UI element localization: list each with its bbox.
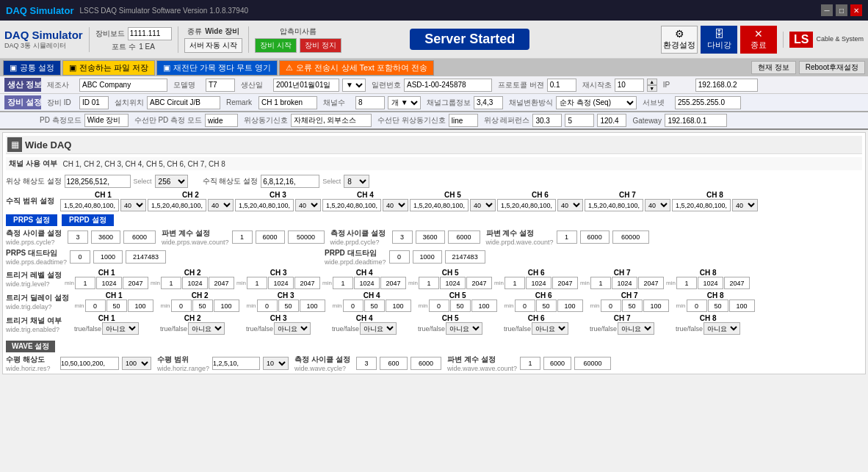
vertical-res-input[interactable] <box>261 175 319 188</box>
abnormal-input[interactable] <box>291 114 372 127</box>
tab-error-detail[interactable]: ⚠ 오류 전송시 상세 Text 포함하여 전송 <box>279 60 433 76</box>
tl-ch1-val2[interactable] <box>123 277 148 289</box>
ch-count-select[interactable]: 개 ▼ <box>388 96 421 109</box>
tl-ch6-val1[interactable] <box>526 277 551 289</box>
gateway-input[interactable] <box>665 114 727 127</box>
phase-res-input[interactable] <box>65 175 131 188</box>
tl-ch2-val1[interactable] <box>182 277 208 289</box>
td-ch7-val2[interactable] <box>643 299 669 312</box>
content-area[interactable]: ▦ Wide DAQ 채널 사용 여부 CH 1, CH 2, CH 3, CH… <box>2 132 866 374</box>
tl-ch3-min[interactable] <box>247 277 267 289</box>
retry-spinbox[interactable]: ▲▼ <box>647 79 657 92</box>
prpd-wave-min[interactable] <box>557 230 577 244</box>
td-ch2-val1[interactable] <box>192 299 213 312</box>
te-ch5-select[interactable]: 아니요 <box>446 322 482 335</box>
vr-ch1-input[interactable] <box>60 199 119 211</box>
td-ch6-min[interactable] <box>515 299 535 312</box>
prps-dt-min[interactable] <box>70 250 90 264</box>
vr-ch2-input[interactable] <box>148 199 206 211</box>
retry-input[interactable] <box>615 79 644 92</box>
prps-cycle-min[interactable] <box>68 230 88 244</box>
ref-input2[interactable] <box>565 114 594 127</box>
wave-cycle-val1[interactable] <box>380 357 408 370</box>
prps-wave-val2[interactable] <box>288 230 325 244</box>
minimize-button[interactable]: ─ <box>821 4 833 16</box>
td-ch5-val2[interactable] <box>471 299 497 312</box>
wave-cycle-min[interactable] <box>356 357 377 370</box>
tl-ch4-min[interactable] <box>333 277 353 289</box>
ip-input[interactable] <box>695 79 758 92</box>
wave-horiz-select[interactable]: 100 <box>122 357 151 370</box>
current-info-button[interactable]: 현재 정보 <box>751 61 796 74</box>
wave-range-select[interactable]: 10 <box>263 357 289 370</box>
prpd-cycle-val2[interactable] <box>448 230 480 244</box>
date-select[interactable]: ▼ <box>342 79 366 92</box>
vr-ch7-select[interactable]: 40 <box>645 199 670 211</box>
prpd-dt-val1[interactable] <box>413 250 442 264</box>
vr-ch7-input[interactable] <box>585 199 643 211</box>
td-ch5-val1[interactable] <box>450 299 471 312</box>
tab-common-settings[interactable]: ▣ 공통 설정 <box>3 60 61 76</box>
td-ch8-val2[interactable] <box>729 299 755 312</box>
vr-ch8-select[interactable]: 40 <box>732 199 758 211</box>
tl-ch3-val1[interactable] <box>268 277 294 289</box>
td-ch1-val2[interactable] <box>128 299 153 312</box>
wave-range-input[interactable] <box>212 357 260 370</box>
wave-horiz-input[interactable] <box>60 357 119 370</box>
serial-input[interactable] <box>404 79 492 92</box>
ref-input3[interactable] <box>597 114 626 127</box>
td-ch4-min[interactable] <box>343 299 364 312</box>
close-window-button[interactable]: ✕ <box>850 4 862 16</box>
close-app-button[interactable]: ✕ 종료 <box>740 26 777 54</box>
ch-count-input[interactable] <box>355 96 385 109</box>
td-ch5-min[interactable] <box>429 299 449 312</box>
prps-dt-val1[interactable] <box>93 250 123 264</box>
upstream-sync-input[interactable] <box>449 114 478 127</box>
install-input[interactable] <box>147 96 220 109</box>
tl-ch7-val2[interactable] <box>638 277 664 289</box>
vr-ch4-input[interactable] <box>322 199 381 211</box>
td-ch8-min[interactable] <box>687 299 707 312</box>
td-ch6-val2[interactable] <box>557 299 583 312</box>
td-ch7-val1[interactable] <box>622 299 643 312</box>
protocol-input[interactable] <box>547 79 576 92</box>
ref-input1[interactable] <box>532 114 562 127</box>
prpd-wave-val2[interactable] <box>612 230 649 244</box>
date-input[interactable] <box>273 79 339 92</box>
td-ch3-min[interactable] <box>257 299 278 312</box>
tl-ch4-val2[interactable] <box>380 277 406 289</box>
te-ch1-select[interactable]: 아니요 <box>102 322 139 335</box>
prps-dt-val2[interactable] <box>126 250 166 264</box>
wave-cycle-val2[interactable] <box>411 357 441 370</box>
stop-button[interactable]: 장비 정지 <box>300 38 341 53</box>
td-ch2-min[interactable] <box>171 299 192 312</box>
tl-ch2-min[interactable] <box>161 277 181 289</box>
maximize-button[interactable]: □ <box>836 4 847 16</box>
subnet-input[interactable] <box>675 96 741 109</box>
vr-ch4-select[interactable]: 40 <box>383 199 408 211</box>
td-ch4-val2[interactable] <box>386 299 411 312</box>
vr-ch3-input[interactable] <box>235 199 294 211</box>
prpd-cycle-min[interactable] <box>392 230 413 244</box>
td-ch6-val1[interactable] <box>536 299 557 312</box>
tl-ch8-val1[interactable] <box>698 277 723 289</box>
wave-wc-val1[interactable] <box>543 357 571 370</box>
prps-wave-min[interactable] <box>232 230 253 244</box>
td-ch3-val2[interactable] <box>300 299 325 312</box>
retry-up[interactable]: ▲ <box>647 79 657 85</box>
te-ch7-select[interactable]: 아니요 <box>618 322 654 335</box>
tl-ch7-val1[interactable] <box>612 277 637 289</box>
prpd-wave-val1[interactable] <box>580 230 610 244</box>
tl-ch5-val1[interactable] <box>440 277 466 289</box>
ch-groups-input[interactable] <box>474 96 503 109</box>
wave-wc-val2[interactable] <box>574 357 611 370</box>
reboot-settings-button[interactable]: Reboot후재설정 <box>799 61 865 74</box>
model-input[interactable] <box>206 79 235 92</box>
retry-down[interactable]: ▼ <box>647 85 657 92</box>
vr-ch3-select[interactable]: 40 <box>295 199 321 211</box>
tl-ch5-val2[interactable] <box>466 277 492 289</box>
device-board-input[interactable] <box>128 27 172 40</box>
tl-ch8-min[interactable] <box>676 277 697 289</box>
env-button[interactable]: ⚙ 환경설정 <box>661 26 698 54</box>
td-ch1-val1[interactable] <box>106 299 127 312</box>
